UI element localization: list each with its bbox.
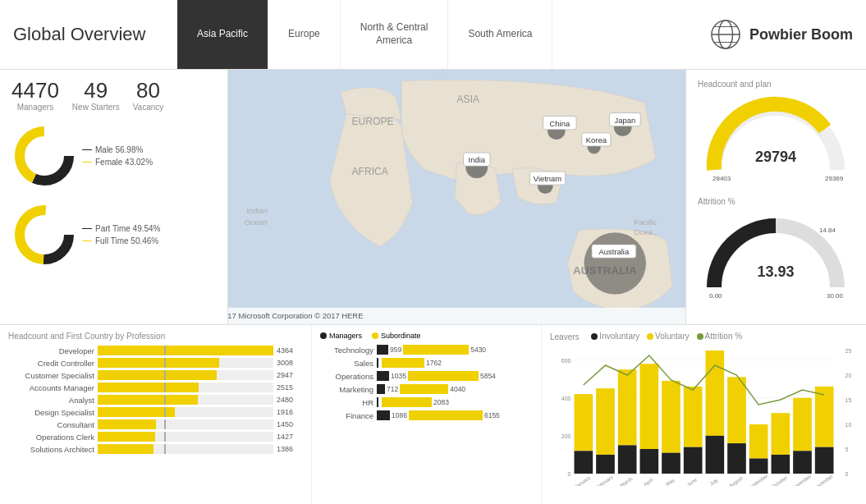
inv-bar	[772, 454, 790, 473]
bar-avg-line	[164, 346, 166, 355]
svg-text:200: 200	[561, 433, 571, 438]
part-time-label: Part Time 49.54%	[82, 224, 160, 233]
profession-bars: Developer 4364 Credit Controller 3008 Cu…	[8, 346, 303, 454]
gbar-subordinate-bar	[403, 345, 469, 355]
svg-text:August: August	[728, 475, 744, 486]
svg-text:28403: 28403	[713, 175, 731, 182]
inv-bar	[575, 451, 593, 474]
world-map: EUROPE AFRICA ASIA AUSTRALIA Indian Ocea…	[228, 70, 685, 324]
gbar-subordinate-bar	[382, 358, 424, 368]
gbar-group: 1035 5854	[377, 371, 496, 381]
gbar-managers-num: 959	[390, 346, 401, 354]
bar-avg-line	[164, 419, 166, 429]
gbar-managers-num: 1086	[392, 411, 407, 419]
bar-label: Operations Clerk	[8, 433, 94, 442]
brand: Powbier Boom	[710, 19, 853, 50]
bar-label: Design Specialist	[8, 408, 94, 417]
gbar-group: 1086 6155	[377, 410, 500, 420]
bar-row: Accounts Manager 2515	[8, 383, 303, 392]
svg-text:February: February	[595, 474, 614, 486]
gbar-managers-bar	[377, 410, 390, 420]
bar-fill	[98, 419, 156, 429]
bar-track	[98, 395, 273, 405]
vacancy-label: Vacancy	[133, 103, 164, 112]
tab-europe[interactable]: Europe	[268, 0, 341, 69]
gbar-group: 1762	[377, 358, 442, 368]
managers-value: 4470	[11, 80, 59, 101]
svg-text:5: 5	[845, 447, 849, 452]
svg-text:400: 400	[561, 395, 571, 401]
svg-text:⊕ bing  © 2017 Microsoft Corpo: ⊕ bing © 2017 Microsoft Corporation © 20…	[228, 311, 363, 320]
bar-label: Credit Controller	[8, 359, 94, 368]
bar-label: Developer	[8, 346, 94, 355]
profession-bar-section: Headcount and First Country by Professio…	[0, 325, 312, 504]
right-panel: Headcount and plan 29794 28403 29369 Att…	[685, 70, 866, 324]
leavers-title: Leavers Involuntary Voluntary Attrition …	[550, 332, 858, 341]
svg-text:Ocea...: Ocea...	[634, 227, 658, 236]
bar-fill	[98, 407, 175, 417]
bar-avg-line	[164, 383, 166, 392]
tab-asia-pacific[interactable]: Asia Pacific	[177, 0, 268, 69]
gbar-subordinate-bar	[400, 384, 448, 394]
bar-label: Analyst	[8, 396, 94, 405]
gbar-subordinate-bar	[409, 410, 483, 420]
gbar-managers-bar	[377, 397, 378, 407]
gbar-managers-bar	[377, 384, 385, 394]
svg-text:Vietnam: Vietnam	[534, 174, 562, 183]
bar-track	[98, 383, 273, 392]
svg-text:July: July	[709, 477, 719, 485]
bar-avg-line	[164, 407, 166, 417]
inv-bar	[815, 447, 834, 473]
stats-row: 4470 Managers 49 New Starters 80 Vacancy	[11, 80, 216, 112]
vol-bar	[684, 386, 703, 447]
tab-north-central-america[interactable]: North & CentralAmerica	[341, 0, 449, 69]
bar-row: Solutions Architect 1386	[8, 444, 303, 454]
profession-chart-title: Headcount and First Country by Professio…	[8, 332, 303, 341]
time-type-donut-section: Part Time 49.54% Full Time 50.46%	[11, 202, 216, 268]
stat-vacancy: 80 Vacancy	[133, 80, 164, 112]
vol-bar	[575, 394, 593, 451]
bar-fill	[98, 370, 217, 380]
gbar-managers-num: 712	[387, 385, 398, 393]
svg-text:30.00: 30.00	[827, 292, 844, 300]
gbar-subordinate-num: 4040	[450, 385, 465, 393]
nav-tabs: Asia Pacific Europe North & CentralAmeri…	[177, 0, 710, 69]
svg-point-35	[584, 232, 646, 294]
bar-row: Design Specialist 1916	[8, 407, 303, 417]
headcount-gauge: 29794 28403 29369	[698, 92, 854, 182]
bar-row: Analyst 2480	[8, 395, 303, 405]
left-panel: 4470 Managers 49 New Starters 80 Vacancy	[0, 70, 228, 324]
bar-value: 1427	[277, 433, 303, 441]
svg-text:EUROPE: EUROPE	[351, 116, 393, 127]
gbar-managers-bar	[377, 371, 389, 381]
svg-point-10	[28, 218, 61, 251]
inv-bar	[618, 445, 637, 474]
tab-south-america[interactable]: South America	[448, 0, 552, 69]
svg-text:May: May	[665, 477, 676, 485]
male-label: Male 56.98%	[82, 145, 153, 154]
gbar-subordinate-num: 1762	[426, 359, 442, 367]
new-starters-label: New Starters	[72, 103, 120, 112]
top-bar: Global Overview Asia Pacific Europe Nort…	[0, 0, 866, 70]
legend-subordinate: Subordinate	[372, 332, 421, 340]
gbar-row: Finance 1086 6155	[320, 410, 533, 420]
gbar-subordinate-num: 5854	[480, 372, 496, 380]
headcount-title: Headcount and plan	[698, 80, 855, 89]
gbar-row: Operations 1035 5854	[320, 371, 533, 381]
time-type-donut	[11, 202, 77, 268]
svg-text:September: September	[746, 473, 768, 486]
svg-text:29369: 29369	[825, 175, 844, 182]
svg-text:Pacific: Pacific	[634, 218, 657, 227]
gbar-group: 959 5430	[377, 345, 486, 355]
svg-text:AFRICA: AFRICA	[351, 166, 388, 177]
svg-text:November: November	[790, 473, 812, 485]
svg-text:Korea: Korea	[586, 135, 607, 144]
bar-value: 1450	[277, 420, 303, 428]
inv-bar	[706, 435, 725, 473]
bar-value: 1916	[277, 408, 303, 416]
bar-label: Consultant	[8, 420, 94, 429]
bar-track	[98, 407, 273, 417]
stat-managers: 4470 Managers	[11, 80, 59, 112]
vacancy-value: 80	[133, 80, 164, 101]
svg-point-7	[28, 140, 61, 172]
